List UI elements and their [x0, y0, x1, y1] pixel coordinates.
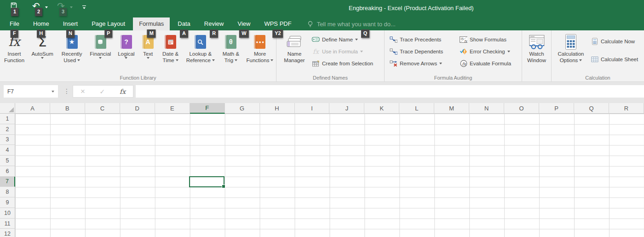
undo-dropdown[interactable] — [45, 6, 48, 8]
chevron-down-icon[interactable] — [52, 91, 54, 92]
row-header-1[interactable]: 1 — [0, 114, 15, 124]
text-button[interactable]: AText — [139, 32, 157, 74]
chevron-down-icon — [235, 59, 237, 61]
column-header-R[interactable]: R — [609, 103, 644, 114]
insert-function-button[interactable]: fxInsertFunction — [1, 32, 28, 74]
button-label: Text — [143, 51, 153, 57]
remove-arrows-button[interactable]: Remove Arrows — [388, 58, 458, 69]
column-header-H[interactable]: H — [260, 103, 295, 114]
tab-wps-pdf[interactable]: WPS PDFY2 — [258, 17, 297, 30]
row-header-11[interactable]: 11 — [0, 219, 15, 229]
button-label: Trace Precedents — [400, 37, 441, 42]
column-header-C[interactable]: C — [85, 103, 120, 114]
column-header-J[interactable]: J — [329, 103, 364, 114]
financial-button[interactable]: Financial — [87, 32, 114, 74]
tab-home[interactable]: HomeH — [27, 17, 55, 30]
row-header-3[interactable]: 3 — [0, 135, 15, 145]
column-header-E[interactable]: E — [155, 103, 190, 114]
column-header-A[interactable]: A — [15, 103, 50, 114]
tell-me-box[interactable]: Tell me what you want to do... Q — [307, 17, 396, 30]
logical-button[interactable]: ?Logical — [114, 32, 138, 74]
tab-data[interactable]: DataA — [172, 17, 196, 30]
calculation-options-icon — [564, 33, 578, 51]
button-label: Functions — [247, 57, 274, 64]
column-header-K[interactable]: K — [364, 103, 399, 114]
chevron-down-icon — [439, 63, 442, 64]
row-header-9[interactable]: 9 — [0, 197, 15, 208]
tab-file[interactable]: FileF — [4, 17, 25, 30]
column-header-N[interactable]: N — [469, 103, 504, 114]
use-in-formula-button[interactable]: fxUse in Formula — [310, 46, 374, 57]
remove-arrows-icon — [390, 60, 397, 67]
button-label: Trig — [224, 57, 237, 64]
chevron-down-icon — [212, 59, 215, 61]
date-time-button[interactable]: Date &Time — [158, 32, 184, 74]
trace-dependents-button[interactable]: Trace Dependents — [388, 46, 458, 57]
column-header-O[interactable]: O — [504, 103, 539, 114]
define-name-icon — [312, 36, 320, 42]
column-header-P[interactable]: P — [539, 103, 574, 114]
error-checking-icon — [460, 48, 467, 55]
column-header-M[interactable]: M — [434, 103, 469, 114]
cancel-icon[interactable]: × — [80, 87, 85, 96]
chevron-down-icon — [41, 57, 44, 59]
book-question-icon: ? — [121, 33, 132, 51]
error-checking-button[interactable]: Error Checking — [458, 46, 512, 57]
column-header-D[interactable]: D — [120, 103, 155, 114]
excel-window: ↶ ↷ 1 2 3 Engbreaking - Excel (Product A… — [0, 0, 644, 237]
watch-window-button[interactable]: Watch Window — [523, 32, 551, 74]
group-watch-window: Watch Window — [522, 30, 552, 81]
button-label: Math & — [223, 51, 239, 57]
sheet-grid[interactable] — [15, 114, 644, 237]
more-functions-button[interactable]: ●●●MoreFunctions — [245, 32, 275, 74]
button-label: Time — [163, 57, 178, 64]
tab-view[interactable]: ViewW — [231, 17, 256, 30]
evaluate-formula-button[interactable]: fxEvaluate Formula — [458, 58, 512, 69]
chevron-down-icon — [77, 59, 80, 61]
tab-formulas[interactable]: FormulasM — [133, 17, 170, 30]
customize-qat-button[interactable] — [82, 5, 86, 10]
row-header-4[interactable]: 4 — [0, 145, 15, 156]
name-box[interactable]: F7 — [4, 85, 58, 98]
button-label: Recently — [62, 51, 82, 57]
row-header-8[interactable]: 8 — [0, 187, 15, 197]
row-header-7[interactable]: 7 — [0, 177, 15, 187]
row-header-10[interactable]: 10 — [0, 208, 15, 219]
calculation-options-button[interactable]: Calculation Options — [554, 32, 587, 74]
tab-page-layout[interactable]: Page LayoutP — [86, 17, 131, 30]
chevron-down-icon — [45, 6, 48, 8]
formula-bar-drag-handle[interactable]: ⋮ — [63, 87, 70, 95]
show-formulas-button[interactable]: 15fxShow Formulas — [458, 34, 512, 45]
trace-precedents-button[interactable]: Trace Precedents — [388, 34, 458, 45]
name-manager-button[interactable]: Name Manager — [280, 32, 309, 74]
enter-icon[interactable]: ✓ — [100, 88, 105, 95]
column-header-G[interactable]: G — [225, 103, 260, 114]
recently-used-button[interactable]: ★RecentlyUsed — [57, 32, 86, 74]
calculate-sheet-button[interactable]: Calculate Sheet — [589, 54, 639, 64]
lookup-reference-button[interactable]: Lookup &Reference — [184, 32, 217, 74]
selected-cell-F7 — [189, 176, 224, 187]
tab-review[interactable]: ReviewR — [198, 17, 230, 30]
fill-handle[interactable] — [222, 185, 225, 188]
column-header-Q[interactable]: Q — [574, 103, 609, 114]
redo-dropdown[interactable] — [70, 6, 73, 8]
trace-dependents-icon — [390, 48, 397, 55]
insert-function-icon[interactable]: fx — [120, 88, 126, 95]
column-header-I[interactable]: I — [295, 103, 330, 114]
autosum-button[interactable]: ΣAutoSum — [28, 32, 57, 74]
select-all-button[interactable] — [0, 103, 15, 114]
row-header-12[interactable]: 12 — [0, 229, 15, 237]
row-header-5[interactable]: 5 — [0, 156, 15, 166]
chevron-down-icon — [99, 57, 102, 59]
button-label: Used — [63, 57, 80, 64]
column-header-B[interactable]: B — [50, 103, 85, 114]
tab-insert[interactable]: InsertN — [57, 17, 84, 30]
row-header-6[interactable]: 6 — [0, 166, 15, 177]
row-header-2[interactable]: 2 — [0, 124, 15, 135]
column-header-F[interactable]: F — [190, 103, 225, 114]
calculate-now-button[interactable]: Calculate Now — [589, 36, 639, 46]
create-from-selection-button[interactable]: Create from Selection — [310, 58, 374, 69]
column-header-L[interactable]: L — [399, 103, 434, 114]
formula-input[interactable] — [136, 85, 644, 98]
math-trig-button[interactable]: θMath &Trig — [218, 32, 244, 74]
